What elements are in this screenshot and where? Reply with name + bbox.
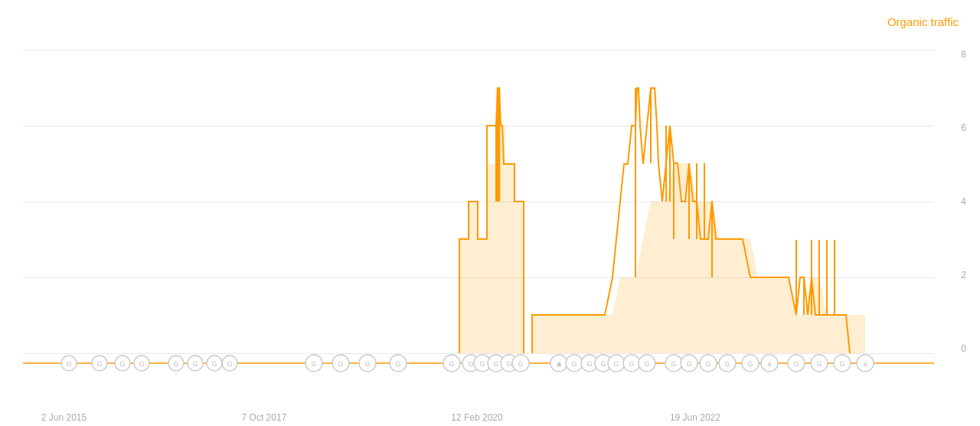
dot-label-28: G — [705, 360, 710, 368]
dot-label-4: G — [139, 360, 144, 368]
dot-label-3: G — [119, 360, 125, 368]
dot-label-31: a — [767, 360, 771, 368]
y-label-6: 6 — [961, 123, 966, 133]
dot-label-11: G — [364, 360, 370, 368]
dot-label-35: a — [863, 360, 867, 368]
chart-svg — [23, 50, 934, 353]
dot-label-16: G — [493, 360, 498, 368]
dot-label-20: G — [571, 360, 577, 368]
dot-label-26: G — [671, 360, 676, 368]
timeline-dots-row: G G G G G G G G G G G G — [23, 352, 934, 374]
chart-container: Organic traffic 8 6 4 2 0 — [0, 0, 980, 426]
y-label-8: 8 — [961, 50, 966, 59]
chart-fill-area — [459, 126, 865, 353]
dot-label-25: G — [644, 360, 649, 368]
dot-label-23: G — [613, 360, 619, 368]
dot-label-24: G — [629, 360, 634, 368]
dot-label-6: G — [192, 360, 198, 368]
dot-label-1: G — [66, 360, 71, 368]
dot-label-34: G — [839, 360, 844, 368]
y-axis: 8 6 4 2 0 — [961, 50, 966, 353]
dot-label-21: G — [586, 360, 592, 368]
dot-label-19: a — [557, 360, 560, 368]
y-label-4: 4 — [961, 197, 966, 206]
x-label-1: 2 Jun 2015 — [41, 412, 87, 423]
x-label-3: 12 Feb 2020 — [451, 412, 502, 423]
y-label-2: 2 — [961, 270, 966, 280]
dot-label-2: G — [96, 360, 102, 368]
dot-label-5: G — [173, 360, 178, 368]
dot-label-30: G — [747, 360, 753, 368]
legend-label: Organic traffic — [887, 15, 959, 28]
dot-label-10: G — [338, 360, 343, 368]
dot-label-17: G — [506, 360, 511, 368]
dot-label-13: G — [449, 360, 454, 368]
dot-label-12: G — [395, 360, 400, 368]
x-label-4: 19 Jun 2022 — [670, 412, 720, 423]
dot-label-29: G — [724, 360, 730, 368]
dot-label-18: G — [518, 360, 523, 368]
dot-label-22: G — [600, 360, 606, 368]
dot-label-32: G — [793, 360, 799, 368]
dot-label-33: G — [816, 360, 822, 368]
dot-label-8: G — [227, 360, 232, 368]
dot-label-7: G — [211, 360, 217, 368]
dot-label-15: G — [479, 360, 485, 368]
dot-label-14: G — [468, 360, 473, 368]
dot-label-9: G — [311, 360, 316, 368]
dot-label-27: G — [686, 360, 691, 368]
y-label-0: 0 — [961, 344, 966, 353]
timeline-svg: G G G G G G G G G G G G — [23, 352, 934, 374]
x-label-2: 7 Oct 2017 — [242, 412, 287, 423]
